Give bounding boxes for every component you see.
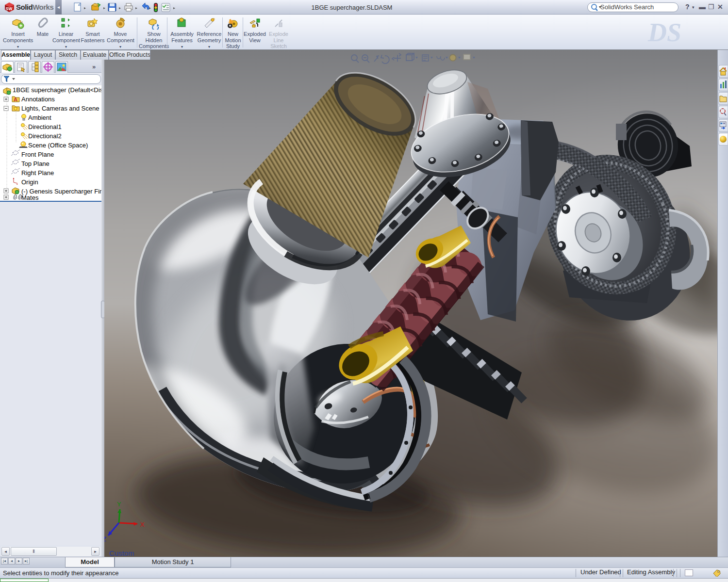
- svg-text:Top Plane: Top Plane: [21, 160, 50, 167]
- svg-text:A: A: [14, 97, 17, 102]
- svg-text:Directional1: Directional1: [28, 123, 62, 130]
- svg-text:Ambient: Ambient: [28, 114, 51, 121]
- svg-text:Origin: Origin: [21, 178, 38, 186]
- svg-text:Front Plane: Front Plane: [21, 151, 54, 158]
- svg-text:Scene (Office Space): Scene (Office Space): [28, 142, 88, 149]
- svg-text:Mates: Mates: [21, 194, 39, 201]
- svg-text:X: X: [140, 521, 145, 528]
- svg-text:Y: Y: [117, 501, 121, 508]
- svg-text:Custom: Custom: [109, 549, 134, 557]
- svg-text:Z: Z: [104, 535, 106, 543]
- svg-text:Directional2: Directional2: [28, 132, 62, 140]
- svg-text:Annotations: Annotations: [21, 96, 55, 103]
- svg-text:Right Plane: Right Plane: [21, 169, 54, 177]
- svg-text:1BGE superchager (Default<Dis: 1BGE superchager (Default<Displa: [13, 86, 101, 94]
- svg-text:Lights, Cameras and Scene: Lights, Cameras and Scene: [21, 105, 99, 112]
